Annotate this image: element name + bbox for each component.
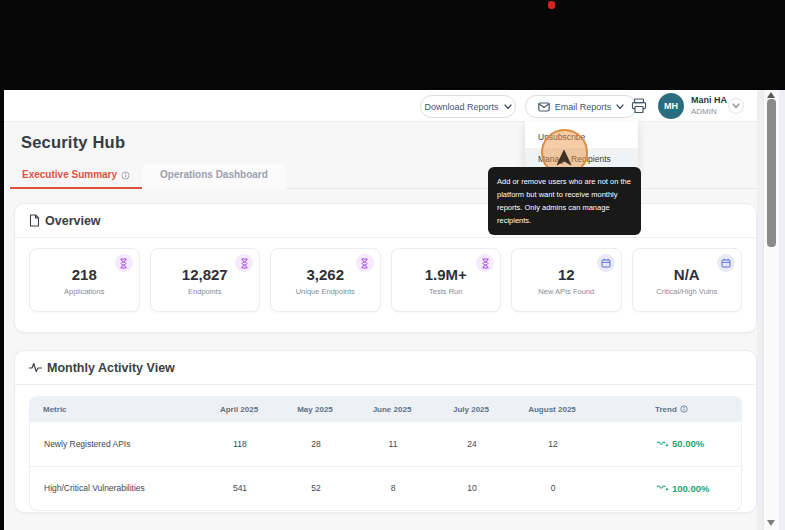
stat-label: Critical/High Vulns bbox=[656, 287, 717, 296]
scroll-up-arrow-icon[interactable] bbox=[767, 92, 775, 98]
cell-value: 28 bbox=[278, 439, 354, 449]
chevron-down-icon bbox=[504, 104, 512, 110]
monthly-activity-title: Monthly Activity View bbox=[47, 361, 175, 375]
trend-cell: 50.00% bbox=[594, 438, 741, 449]
email-reports-button[interactable]: Email Reports bbox=[525, 95, 637, 118]
cell-value: 10 bbox=[432, 483, 512, 493]
stat-value: 1.9M+ bbox=[425, 266, 467, 283]
topbar: Download Reports Email Reports MH Ma bbox=[4, 90, 757, 122]
scroll-down-arrow-icon[interactable] bbox=[767, 520, 775, 526]
screen: Download Reports Email Reports MH Ma bbox=[0, 0, 785, 530]
trend-label: Trend bbox=[655, 405, 677, 414]
page-title: Security Hub bbox=[21, 133, 125, 152]
cell-value: 52 bbox=[278, 483, 354, 493]
tab-label: Operations Dashboard bbox=[160, 169, 268, 180]
calendar-icon bbox=[717, 254, 735, 272]
calendar-icon bbox=[597, 254, 615, 272]
stat-value: 218 bbox=[72, 266, 97, 283]
col-august: August 2025 bbox=[511, 405, 593, 414]
stat-card: 12,827 Endpoints bbox=[150, 248, 261, 312]
user-role: ADMIN bbox=[691, 107, 717, 116]
stat-card: 1.9M+ Tests Run bbox=[391, 248, 502, 312]
document-icon bbox=[29, 214, 40, 227]
stat-card: 218 Applications bbox=[29, 248, 140, 312]
stat-value: 3,262 bbox=[306, 266, 344, 283]
chevron-down-icon bbox=[616, 104, 624, 110]
hourglass-icon bbox=[356, 254, 374, 272]
trend-value: 50.00% bbox=[672, 438, 704, 449]
overview-title: Overview bbox=[45, 214, 101, 228]
col-july: July 2025 bbox=[431, 405, 511, 414]
email-icon bbox=[538, 102, 550, 112]
col-may: May 2025 bbox=[277, 405, 353, 414]
info-icon bbox=[121, 171, 130, 180]
recording-indicator-dot bbox=[548, 1, 555, 9]
trend-value: 100.00% bbox=[672, 483, 710, 494]
monthly-activity-table: Metric April 2025 May 2025 June 2025 Jul… bbox=[29, 396, 742, 511]
stat-label: Tests Run bbox=[429, 287, 462, 296]
stat-card: N/A Critical/High Vulns bbox=[632, 248, 743, 312]
avatar-initials: MH bbox=[664, 101, 678, 111]
user-name: Mani HA bbox=[691, 95, 727, 105]
hourglass-icon bbox=[235, 254, 253, 272]
overview-header: Overview bbox=[15, 204, 756, 238]
tab-bar: Executive Summary Operations Dashboard bbox=[10, 164, 757, 189]
overview-cards: 218 Applications 12,827 Endpoints bbox=[29, 248, 742, 312]
cell-value: 0 bbox=[512, 483, 594, 493]
page-content: Security Hub Executive Summary Operation… bbox=[4, 122, 757, 530]
stat-card: 12 New APIs Found bbox=[511, 248, 622, 312]
cell-value: 541 bbox=[202, 483, 278, 493]
cell-value: 11 bbox=[354, 439, 432, 449]
col-april: April 2025 bbox=[201, 405, 277, 414]
download-reports-button[interactable]: Download Reports bbox=[420, 95, 516, 118]
scrollbar-thumb[interactable] bbox=[767, 99, 776, 247]
app-window: Download Reports Email Reports MH Ma bbox=[4, 90, 785, 530]
metric-name: High/Critical Vulnerabilities bbox=[30, 483, 202, 493]
trend-down-icon bbox=[656, 484, 669, 492]
col-metric: Metric bbox=[29, 405, 201, 414]
activity-icon bbox=[29, 362, 42, 373]
cell-value: 24 bbox=[432, 439, 512, 449]
cell-value: 12 bbox=[512, 439, 594, 449]
tab-label: Executive Summary bbox=[22, 169, 117, 180]
stat-label: Applications bbox=[64, 287, 104, 296]
avatar[interactable]: MH bbox=[658, 93, 684, 119]
stat-value: 12,827 bbox=[182, 266, 228, 283]
tab-operations-dashboard[interactable]: Operations Dashboard bbox=[142, 164, 286, 189]
chevron-down-icon bbox=[732, 103, 740, 109]
cell-value: 118 bbox=[202, 439, 278, 449]
stat-value: N/A bbox=[674, 266, 700, 283]
monthly-activity-header: Monthly Activity View bbox=[15, 351, 756, 385]
tab-executive-summary[interactable]: Executive Summary bbox=[10, 164, 142, 189]
stat-label: New APIs Found bbox=[538, 287, 594, 296]
scrollbar-gutter bbox=[757, 90, 785, 530]
stat-label: Unique Endpoints bbox=[296, 287, 355, 296]
stat-label: Endpoints bbox=[188, 287, 221, 296]
col-trend: Trend bbox=[593, 405, 742, 414]
table-header-row: Metric April 2025 May 2025 June 2025 Jul… bbox=[29, 396, 742, 422]
printer-icon bbox=[630, 97, 648, 115]
print-button[interactable] bbox=[630, 97, 648, 115]
trend-down-icon bbox=[656, 440, 669, 448]
metric-name: Newly Registered APIs bbox=[30, 439, 202, 449]
table-row: Newly Registered APIs 118 28 11 24 12 50… bbox=[29, 422, 742, 467]
overview-panel: Overview 218 Applications 12,82 bbox=[14, 203, 757, 333]
hourglass-icon bbox=[115, 254, 133, 272]
col-june: June 2025 bbox=[353, 405, 431, 414]
user-menu-button[interactable] bbox=[728, 98, 744, 114]
info-icon bbox=[680, 405, 688, 413]
trend-cell: 100.00% bbox=[594, 483, 741, 494]
email-reports-label: Email Reports bbox=[555, 102, 612, 112]
stat-card: 3,262 Unique Endpoints bbox=[270, 248, 381, 312]
hourglass-icon bbox=[476, 254, 494, 272]
monthly-activity-panel: Monthly Activity View Metric April 2025 … bbox=[14, 350, 757, 513]
stat-value: 12 bbox=[558, 266, 575, 283]
cell-value: 8 bbox=[354, 483, 432, 493]
table-row: High/Critical Vulnerabilities 541 52 8 1… bbox=[29, 467, 742, 512]
download-reports-label: Download Reports bbox=[424, 102, 498, 112]
manage-recipients-tooltip: Add or remove users who are not on the p… bbox=[488, 167, 641, 235]
